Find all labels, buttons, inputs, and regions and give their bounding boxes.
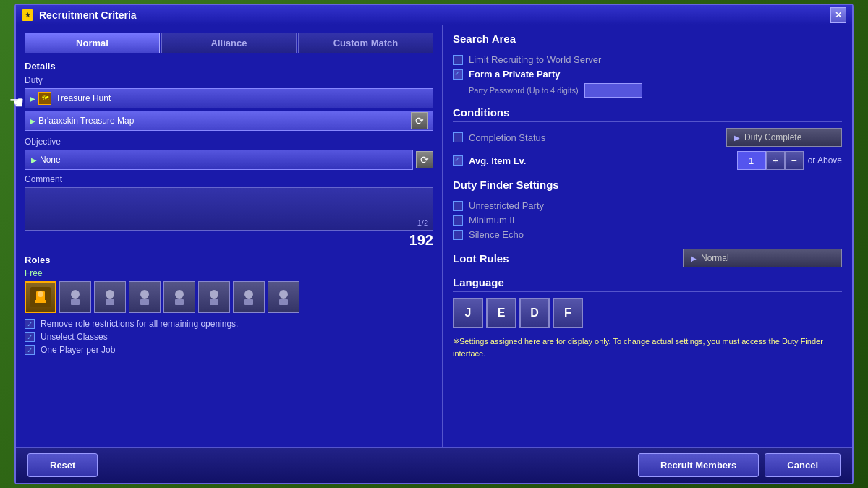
svg-rect-17: [279, 299, 288, 305]
duty-map-icon: 🗺: [38, 92, 51, 105]
title-bar: ★ Recruitment Criteria ✕: [16, 5, 852, 25]
close-button[interactable]: ✕: [830, 7, 846, 23]
form-party-row: ✓ Form a Private Party: [453, 69, 842, 80]
duty-name-2: Br'aaxskin Treasure Map: [38, 116, 411, 126]
duty-finder-title: Duty Finder Settings: [453, 179, 842, 194]
completion-checkbox[interactable]: [453, 132, 463, 142]
svg-point-10: [175, 290, 184, 299]
df-checkbox-2[interactable]: [453, 230, 463, 240]
role-icon-1[interactable]: [59, 281, 91, 313]
main-content: Normal Alliance Custom Match Details Dut…: [16, 25, 852, 447]
form-party-check-mark: ✓: [454, 69, 460, 77]
free-label: Free: [25, 268, 433, 278]
avg-checkbox[interactable]: ✓: [453, 155, 463, 166]
svg-point-12: [210, 290, 218, 299]
role-icon-7[interactable]: [268, 281, 299, 313]
dialog-icon: ★: [22, 9, 33, 21]
role-icon-0[interactable]: [25, 281, 56, 313]
lang-btn-d[interactable]: D: [519, 298, 550, 328]
reset-button[interactable]: Reset: [27, 453, 98, 477]
objective-arrow: ▶: [31, 156, 37, 164]
form-party-checkbox[interactable]: ✓: [453, 69, 463, 80]
limit-checkbox[interactable]: [453, 55, 463, 65]
completion-row: Completion Status ▶ Duty Complete: [453, 128, 842, 147]
completion-value: Duty Complete: [744, 132, 801, 142]
role-icon-3[interactable]: [129, 281, 161, 313]
avg-decrement-button[interactable]: −: [785, 151, 804, 170]
svg-rect-3: [35, 300, 46, 303]
comment-label: Comment: [25, 174, 433, 184]
checkbox-2[interactable]: [25, 345, 35, 355]
party-pass-label: Party Password (Up to 4 digits): [469, 86, 579, 95]
df-checkbox-1[interactable]: [453, 215, 463, 226]
party-pass-input[interactable]: [584, 83, 642, 98]
lang-btn-j[interactable]: J: [453, 298, 483, 328]
roles-section: Roles Free: [25, 254, 433, 355]
checkbox-row-0[interactable]: Remove role restrictions for all remaini…: [25, 319, 433, 329]
avg-input-group: 1 + − or Above: [737, 151, 842, 170]
loot-rules-row: Loot Rules ▶ Normal: [453, 249, 842, 267]
tab-alliance[interactable]: Alliance: [161, 33, 297, 53]
duty-name-1: Treasure Hunt: [56, 93, 428, 103]
duty-arrow-1: ▶: [30, 95, 35, 103]
checkbox-0[interactable]: [25, 319, 35, 329]
duty-cycle-icon[interactable]: ⟳: [411, 112, 428, 129]
loot-value: Normal: [701, 253, 729, 263]
duty-finder-settings: Duty Finder Settings Unrestricted Party …: [453, 179, 842, 240]
loot-arrow: ▶: [691, 254, 697, 262]
avg-item-label: Avg. Item Lv.: [469, 155, 526, 166]
checkbox-label-0: Remove role restrictions for all remaini…: [41, 319, 238, 329]
completion-select[interactable]: ▶ Duty Complete: [726, 128, 842, 147]
comment-box[interactable]: 1/2: [25, 187, 433, 231]
avg-check-mark: ✓: [454, 155, 460, 163]
duty-row-treasure-hunt[interactable]: ▶ 🗺 Treasure Hunt: [25, 88, 433, 108]
role-icon-6[interactable]: [233, 281, 265, 313]
role-icon-2[interactable]: [94, 281, 126, 313]
role-icons: [25, 281, 433, 313]
svg-point-8: [140, 290, 149, 299]
roles-header: Roles: [25, 254, 433, 265]
tab-custom-match[interactable]: Custom Match: [298, 33, 433, 53]
svg-rect-7: [106, 299, 114, 305]
checkbox-1[interactable]: [25, 332, 35, 342]
limit-row: Limit Recruiting to World Server: [453, 54, 842, 65]
avg-item-value: 1: [737, 151, 766, 170]
checkbox-label-2: One Player per Job: [41, 345, 115, 355]
language-title: Language: [453, 276, 842, 292]
svg-point-4: [71, 290, 80, 299]
bottom-bar: Reset Recruit Members Cancel: [16, 447, 852, 483]
dialog-title: Recruitment Criteria: [39, 9, 830, 21]
objective-select[interactable]: ▶ None: [25, 150, 413, 170]
svg-point-14: [244, 290, 253, 299]
role-icon-4[interactable]: [163, 281, 195, 313]
objective-value: None: [40, 155, 61, 165]
cancel-button[interactable]: Cancel: [765, 453, 841, 477]
svg-point-2: [38, 291, 43, 297]
df-row-0: Unrestricted Party: [453, 200, 842, 211]
tab-normal[interactable]: Normal: [25, 33, 160, 53]
checkbox-row-1[interactable]: Unselect Classes: [25, 332, 433, 342]
svg-rect-5: [71, 299, 80, 305]
svg-rect-9: [140, 299, 149, 305]
char-count: 192: [25, 232, 433, 249]
comment-counter: 1/2: [417, 218, 428, 227]
df-checkbox-0[interactable]: [453, 201, 463, 211]
completion-label: Completion Status: [469, 132, 545, 143]
recruit-members-button[interactable]: Recruit Members: [638, 453, 759, 477]
lang-btn-f[interactable]: F: [553, 298, 583, 328]
duty-label: Duty: [25, 75, 433, 85]
loot-rules-select[interactable]: ▶ Normal: [683, 249, 842, 267]
avg-increment-button[interactable]: +: [766, 151, 785, 170]
checkbox-label-1: Unselect Classes: [41, 332, 108, 342]
limit-label: Limit Recruiting to World Server: [469, 54, 601, 65]
lang-btn-e[interactable]: E: [486, 298, 516, 328]
checkbox-row-2[interactable]: One Player per Job: [25, 345, 433, 355]
duty-row-map[interactable]: ▶ Br'aaxskin Treasure Map ⟳: [25, 111, 433, 131]
objective-cycle-icon[interactable]: ⟳: [416, 151, 433, 168]
party-pass-row: Party Password (Up to 4 digits): [469, 83, 842, 98]
objective-label: Objective: [25, 137, 433, 147]
tab-bar: Normal Alliance Custom Match: [25, 33, 433, 53]
notice-text: ※Settings assigned here are for display …: [453, 335, 842, 359]
search-area-title: Search Area: [453, 33, 842, 48]
role-icon-5[interactable]: [198, 281, 230, 313]
